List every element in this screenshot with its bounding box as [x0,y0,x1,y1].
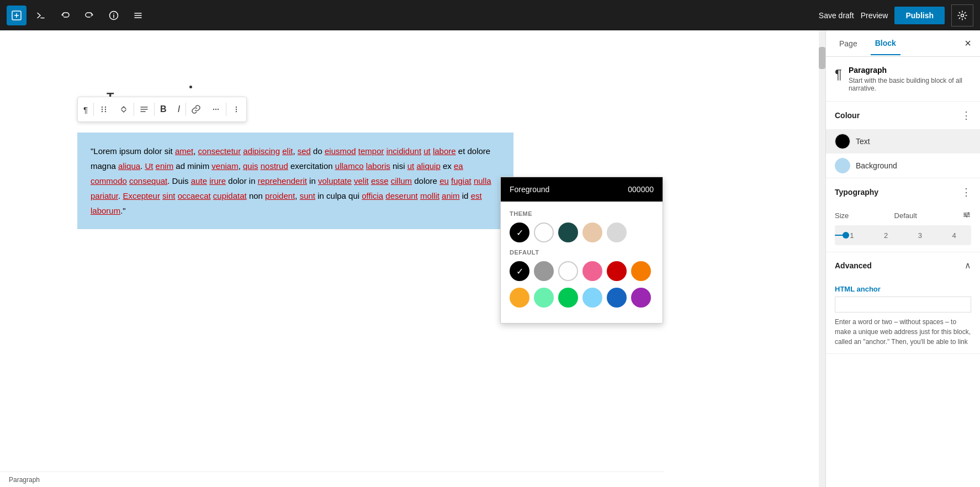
colour-title: Colour [835,111,860,120]
bold-button[interactable]: B [155,97,172,121]
colour-menu-button[interactable]: ⋮ [961,109,971,121]
more-options-button[interactable] [206,97,226,121]
colour-section: Colour ⋮ Text Background [826,102,980,178]
toolbar-right: Save draft Preview Publish [819,4,973,27]
block-title: Paragraph [849,66,971,75]
status-text: Paragraph [9,476,40,484]
size-num-4[interactable]: 4 [952,231,956,240]
vertical-scrollbar[interactable] [819,30,825,487]
preview-button[interactable]: Preview [861,11,888,20]
theme-color-black[interactable]: ✓ [510,223,529,242]
fg-popup-header: Foreground 000000 [501,177,663,202]
scrollbar-thumb[interactable] [819,47,825,69]
default-color-blue[interactable] [607,288,627,308]
default-color-purple[interactable] [631,288,651,308]
default-color-light-green[interactable] [534,288,554,308]
publish-button[interactable]: Publish [894,7,945,24]
paragraph-type-button[interactable]: ¶ [78,97,93,121]
theme-color-light-gray[interactable] [607,223,627,242]
undo-button[interactable] [55,6,75,25]
text-color-item[interactable]: Text [826,129,980,153]
text-color-swatch [835,134,850,149]
size-num-2[interactable]: 2 [884,231,888,240]
typography-menu-button[interactable]: ⋮ [961,186,971,198]
typography-title: Typography [835,188,878,197]
advanced-chevron-icon: ∧ [965,260,971,271]
theme-color-white[interactable] [534,223,554,242]
more-options-vertical-button[interactable] [226,97,246,121]
svg-point-14 [105,109,106,110]
svg-point-25 [236,111,237,112]
foreground-color-popup: Foreground 000000 THEME ✓ DEFAULT ✓ [500,177,663,324]
size-track[interactable]: 1 2 3 4 [835,225,971,245]
size-default: Default [894,211,917,220]
default-colors-row-2 [510,288,654,308]
size-adjust-icon-button[interactable] [962,210,971,221]
default-color-white[interactable] [558,261,578,281]
size-track-thumb [843,232,849,239]
svg-point-10 [961,14,964,17]
bottom-status-bar: Paragraph [0,472,664,487]
paragraph-icon: ¶ [835,67,842,82]
text-color-label: Text [856,137,870,146]
settings-button[interactable] [951,4,973,27]
svg-point-21 [215,109,216,110]
dot-marker [189,86,192,88]
redo-button[interactable] [80,6,99,25]
italic-button[interactable]: I [172,97,186,121]
size-label-row: Size Default [835,210,971,221]
advanced-section-header[interactable]: Advanced ∧ [826,252,980,278]
svg-point-6 [113,13,114,14]
panel-close-button[interactable]: × [965,37,971,50]
drag-handle-button[interactable] [94,97,114,121]
background-color-swatch [835,158,850,173]
background-color-item[interactable]: Background [826,153,980,178]
colour-section-header[interactable]: Colour ⋮ [826,102,980,129]
tools-button[interactable] [31,6,51,25]
default-color-yellow[interactable] [510,288,529,308]
svg-point-11 [102,107,103,108]
block-desc: Start with the basic building block of a… [849,77,971,92]
main-layout: T ¶ [0,30,980,487]
default-colors-row-1: ✓ [510,261,654,281]
default-color-pink[interactable] [582,261,602,281]
paragraph-block[interactable]: "Lorem ipsum dolor sit amet, consectetur… [77,133,513,229]
svg-point-24 [236,109,237,110]
align-button[interactable] [134,97,154,121]
theme-label: THEME [510,210,654,217]
tab-page[interactable]: Page [835,33,862,55]
paragraph-content[interactable]: "Lorem ipsum dolor sit amet, consectetur… [91,144,500,218]
theme-colors-row: ✓ [510,223,654,242]
add-block-button[interactable] [7,6,27,25]
html-anchor-help: Enter a word or two – without spaces – t… [835,317,971,347]
panel-tabs: Page Block × [826,30,980,57]
size-num-3[interactable]: 3 [918,231,922,240]
save-draft-button[interactable]: Save draft [819,11,854,20]
theme-color-dark-teal[interactable] [558,223,578,242]
size-num-1[interactable]: 1 [850,231,854,240]
html-anchor-label: HTML anchor [835,285,971,293]
typography-section: Typography ⋮ Size Default [826,178,980,252]
default-color-green[interactable] [558,288,578,308]
background-color-label: Background [856,161,897,170]
default-color-gray[interactable] [534,261,554,281]
link-button[interactable] [186,97,206,121]
right-panel: Page Block × ¶ Paragraph Start with the … [825,30,980,487]
theme-color-peach[interactable] [582,223,602,242]
block-info-text: Paragraph Start with the basic building … [849,66,971,92]
fg-popup-content: THEME ✓ DEFAULT ✓ [501,202,663,323]
move-up-down-button[interactable] [114,97,134,121]
editor-area[interactable]: T ¶ [0,30,819,487]
default-color-orange[interactable] [631,261,651,281]
default-color-light-blue[interactable] [582,288,602,308]
list-view-button[interactable] [128,6,148,25]
block-info: ¶ Paragraph Start with the basic buildin… [826,57,980,102]
tab-block[interactable]: Block [871,32,900,55]
size-label: Size [835,211,849,220]
default-color-red[interactable] [607,261,627,281]
default-color-black[interactable]: ✓ [510,261,529,281]
typography-section-header[interactable]: Typography ⋮ [826,178,980,206]
info-button[interactable] [104,6,124,25]
typography-size: Size Default [826,206,980,252]
html-anchor-input[interactable] [835,297,971,313]
